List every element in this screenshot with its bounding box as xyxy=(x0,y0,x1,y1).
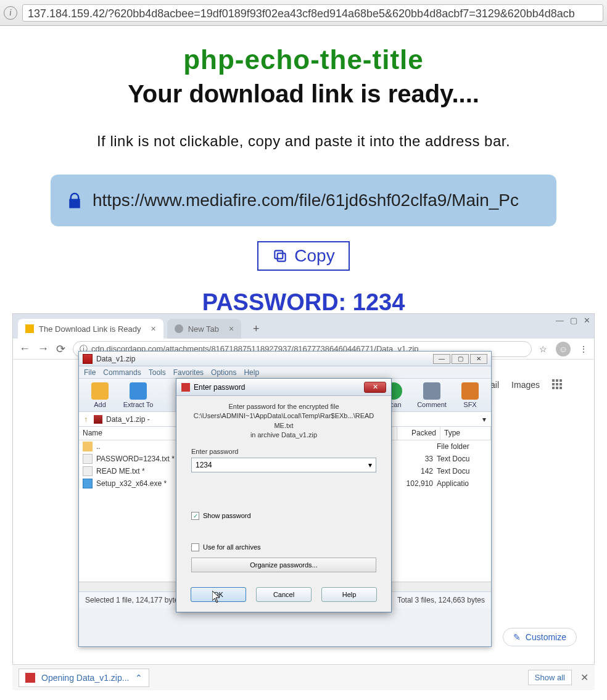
minimize-icon[interactable]: — xyxy=(556,316,564,325)
copy-button-label: Copy xyxy=(294,246,334,266)
tab-label: New Tab xyxy=(188,324,219,334)
password-dialog: Enter password ✕ Enter password for the … xyxy=(176,378,392,612)
minimize-icon[interactable]: — xyxy=(433,354,450,364)
mouse-cursor-icon xyxy=(212,591,222,603)
profile-avatar[interactable]: ☺ xyxy=(556,342,571,356)
winrar-app-icon xyxy=(83,354,93,364)
subtitle-text: If link is not clickable, copy and paste… xyxy=(37,133,570,150)
menu-tools[interactable]: Tools xyxy=(149,368,166,377)
chevron-up-icon[interactable]: ⌃ xyxy=(135,673,142,683)
embedded-browser: — ▢ ✕ The Download Link is Ready × New T… xyxy=(12,313,595,690)
status-right: Total 3 files, 124,663 bytes xyxy=(397,596,485,604)
menu-commands[interactable]: Commands xyxy=(103,368,141,377)
dropdown-icon[interactable]: ▾ xyxy=(482,415,486,424)
dialog-title-text: Enter password xyxy=(194,383,245,392)
password-value: 1234 xyxy=(196,461,212,469)
checkbox-icon: ✓ xyxy=(191,512,199,520)
winrar-title-text: Data_v1.zip xyxy=(96,355,135,363)
col-packed[interactable]: Packed xyxy=(397,427,440,440)
archive-icon xyxy=(25,673,35,683)
up-arrow-icon[interactable]: ↑ xyxy=(84,415,88,424)
show-password-checkbox[interactable]: ✓ Show password xyxy=(176,507,391,520)
tab-label: The Download Link is Ready xyxy=(39,324,141,334)
password-input[interactable]: 1234 ▾ xyxy=(191,458,376,472)
close-bar-icon[interactable]: ✕ xyxy=(580,672,588,683)
tab-download-link[interactable]: The Download Link is Ready × xyxy=(18,319,163,339)
toolbar-comment[interactable]: Comment xyxy=(415,380,449,411)
toolbar-extract-to[interactable]: Extract To xyxy=(121,380,155,411)
col-type[interactable]: Type xyxy=(440,427,491,440)
password-field-label: Enter password xyxy=(191,448,376,455)
menu-file[interactable]: File xyxy=(84,368,96,377)
dialog-app-icon xyxy=(181,383,190,392)
outer-address-bar: i 137.184.159.42/?620bb4d8acbee=19df0189… xyxy=(0,0,607,26)
organize-passwords-button[interactable]: Organize passwords... xyxy=(191,558,376,572)
download-chip[interactable]: Opening Data_v1.zip... ⌃ xyxy=(19,669,149,687)
globe-icon xyxy=(175,324,183,333)
winrar-menubar: File Commands Tools Favorites Options He… xyxy=(79,366,491,379)
title-black: Your download link is ready.... xyxy=(37,80,570,108)
cancel-button[interactable]: Cancel xyxy=(256,587,312,602)
back-button[interactable]: ← xyxy=(19,342,30,355)
menu-options[interactable]: Options xyxy=(211,368,236,377)
forward-button[interactable]: → xyxy=(38,342,49,355)
toolbar-sfx[interactable]: SFX xyxy=(453,380,487,411)
checkbox-icon xyxy=(191,543,199,551)
exe-file-icon xyxy=(83,479,93,488)
customize-button[interactable]: ✎ Customize xyxy=(503,628,577,646)
favicon-icon xyxy=(25,324,34,333)
path-text: Data_v1.zip - xyxy=(106,415,150,424)
tab-bar: The Download Link is Ready × New Tab × + xyxy=(13,314,594,339)
download-chip-label: Opening Data_v1.zip... xyxy=(41,673,129,683)
maximize-icon[interactable]: ▢ xyxy=(570,316,577,325)
close-icon[interactable]: ✕ xyxy=(584,316,590,325)
use-for-all-checkbox[interactable]: Use for all archives xyxy=(176,538,391,551)
text-file-icon xyxy=(83,454,93,464)
pencil-icon: ✎ xyxy=(513,632,521,642)
tab-close-icon[interactable]: × xyxy=(229,324,234,334)
apps-grid-icon[interactable] xyxy=(552,379,563,390)
toolbar-add[interactable]: Add xyxy=(83,380,117,411)
tab-new-tab[interactable]: New Tab × xyxy=(167,319,242,339)
status-left: Selected 1 file, 124,177 bytes xyxy=(85,596,182,604)
title-green: php-echo-the-title xyxy=(37,44,570,75)
site-info-icon[interactable]: i xyxy=(4,6,17,20)
ok-button[interactable]: OK xyxy=(191,587,246,602)
svg-rect-1 xyxy=(275,250,283,258)
menu-favorites[interactable]: Favorites xyxy=(173,368,204,377)
dialog-message: Enter password for the encrypted file C:… xyxy=(176,396,391,444)
menu-help[interactable]: Help xyxy=(244,368,259,377)
download-link-box: https://www.mediafire.com/file/61jd6shf0… xyxy=(51,175,556,226)
browser-window-controls: — ▢ ✕ xyxy=(556,316,590,325)
download-bar: Opening Data_v1.zip... ⌃ Show all ✕ xyxy=(12,664,595,690)
archive-icon xyxy=(94,415,102,424)
svg-rect-0 xyxy=(278,253,286,261)
close-icon[interactable]: ✕ xyxy=(470,354,487,364)
winrar-titlebar[interactable]: Data_v1.zip — ▢ ✕ xyxy=(79,352,491,366)
kebab-menu-icon[interactable]: ⋮ xyxy=(579,344,588,354)
dialog-titlebar[interactable]: Enter password ✕ xyxy=(176,379,391,396)
dropdown-icon[interactable]: ▾ xyxy=(368,461,372,469)
show-all-button[interactable]: Show all xyxy=(528,670,572,685)
folder-icon xyxy=(83,442,93,451)
lock-icon xyxy=(65,191,84,210)
password-text: PASSWORD: 1234 xyxy=(37,289,570,316)
copy-icon xyxy=(272,248,288,264)
help-button[interactable]: Help xyxy=(321,587,377,602)
new-tab-button[interactable]: + xyxy=(247,320,265,337)
maximize-icon[interactable]: ▢ xyxy=(452,354,469,364)
download-url-text[interactable]: https://www.mediafire.com/file/61jd6shf0… xyxy=(93,191,519,210)
download-page-panel: php-echo-the-title Your download link is… xyxy=(12,26,595,338)
images-link[interactable]: Images xyxy=(511,380,540,390)
reload-button[interactable]: ⟳ xyxy=(56,342,65,356)
tab-close-icon[interactable]: × xyxy=(151,324,155,334)
copy-button[interactable]: Copy xyxy=(257,241,349,271)
text-file-icon xyxy=(83,466,93,476)
dialog-close-button[interactable]: ✕ xyxy=(364,382,386,393)
outer-url-text[interactable]: 137.184.159.42/?620bb4d8acbee=19df0189f9… xyxy=(22,4,603,22)
bookmark-star-icon[interactable]: ☆ xyxy=(539,344,547,354)
